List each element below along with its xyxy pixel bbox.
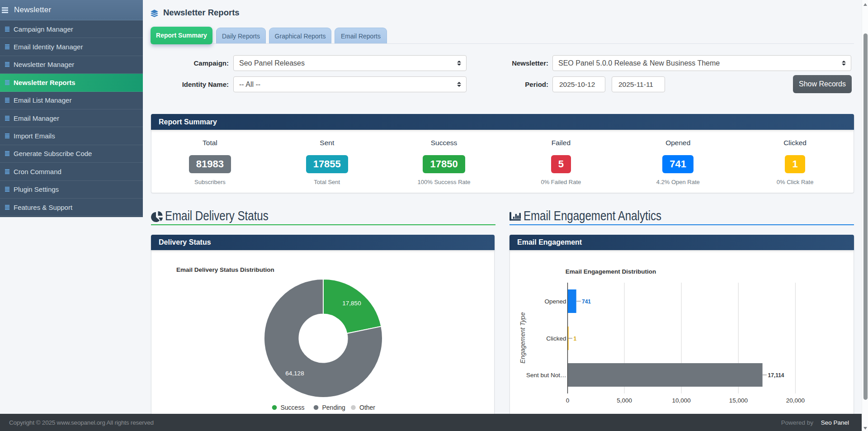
svg-text:1: 1 — [574, 336, 577, 342]
svg-text:Email Engagement Distribution: Email Engagement Distribution — [566, 268, 656, 275]
svg-text:17,850: 17,850 — [342, 300, 361, 307]
svg-text:15,000: 15,000 — [729, 397, 748, 404]
svg-text:20,000: 20,000 — [786, 397, 805, 404]
svg-text:Sent but Not…: Sent but Not… — [526, 372, 566, 379]
svg-text:741: 741 — [582, 298, 591, 305]
svg-text:Pending: Pending — [322, 404, 345, 411]
svg-text:Other: Other — [359, 404, 375, 411]
svg-text:Opened: Opened — [544, 298, 566, 305]
svg-text:Engagement Type: Engagement Type — [519, 312, 526, 364]
svg-text:Success: Success — [281, 404, 305, 411]
svg-text:5,000: 5,000 — [617, 397, 632, 404]
svg-text:10,000: 10,000 — [672, 397, 691, 404]
svg-text:64,128: 64,128 — [285, 370, 304, 377]
svg-text:Email Delivery Status Distribu: Email Delivery Status Distribution — [176, 266, 274, 273]
svg-text:17,114: 17,114 — [768, 372, 784, 379]
svg-text:0: 0 — [566, 397, 570, 404]
svg-text:Clicked: Clicked — [546, 335, 566, 342]
